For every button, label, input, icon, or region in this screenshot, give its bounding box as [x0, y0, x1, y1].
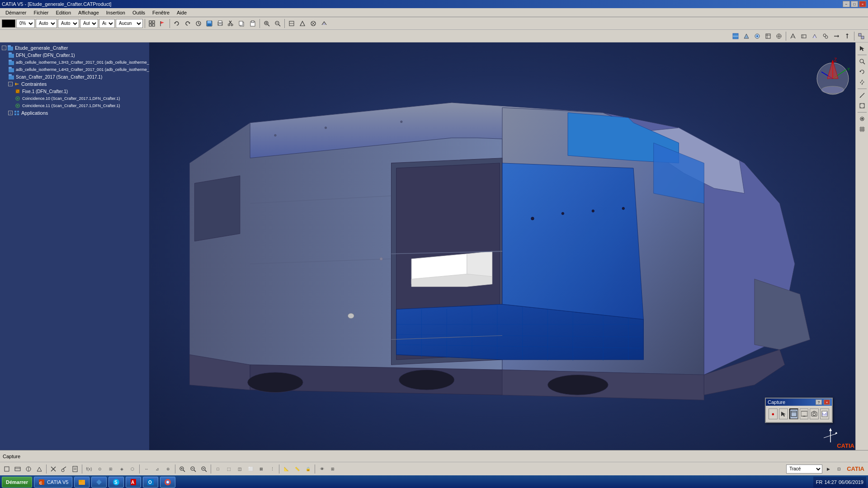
tb-copy[interactable] [237, 19, 247, 28]
menu-fichier[interactable]: Fichier [30, 9, 52, 16]
tb-cut[interactable] [226, 19, 236, 28]
menu-aide[interactable]: Aide [173, 9, 190, 16]
tb-view3[interactable] [308, 19, 318, 28]
taskbar-acrobat[interactable]: A [126, 477, 141, 488]
apps-expand[interactable]: + [8, 111, 13, 115]
tb-r3[interactable] [752, 31, 762, 41]
rt-rotate[interactable] [857, 67, 867, 77]
capture-window-btn[interactable] [789, 408, 798, 419]
bt-14[interactable]: ⊿ [152, 464, 162, 474]
bt-right-2[interactable]: ⊡ [834, 464, 844, 474]
capture-graph-btn[interactable] [820, 408, 829, 419]
rt-measure[interactable] [857, 90, 867, 100]
bt-view2[interactable]: ⬚ [224, 464, 234, 474]
tb-print[interactable] [215, 19, 225, 28]
trace-select[interactable]: Tracé [786, 465, 822, 474]
tree-item-6[interactable]: Coincidence.10 (Scan_Crafter_2017.1,DFN_… [2, 95, 147, 102]
maximize-btn[interactable]: □ [851, 1, 858, 7]
bt-zoom-out[interactable] [199, 464, 209, 474]
taskbar-diamond[interactable] [91, 477, 107, 488]
tb-view4[interactable] [319, 19, 329, 28]
bt-7[interactable] [70, 464, 80, 474]
rt-grid[interactable] [857, 124, 867, 134]
capture-cursor-btn[interactable] [779, 408, 788, 419]
taskbar-catia[interactable]: C CATIA V5 [34, 477, 72, 488]
bt-9[interactable]: ⊙ [95, 464, 105, 474]
tb-save[interactable] [204, 19, 214, 28]
bt-view4[interactable]: ⬜ [245, 464, 255, 474]
bt-vis2[interactable]: ⊞ [328, 464, 338, 474]
bt-12[interactable]: ⬡ [127, 464, 137, 474]
tb-r9[interactable] [821, 31, 830, 41]
tb-redo[interactable] [183, 19, 193, 28]
close-btn[interactable]: × [859, 1, 866, 7]
bt-4[interactable] [34, 464, 44, 474]
rt-select[interactable] [857, 43, 867, 53]
tree-item-4[interactable]: − Contraintes [2, 80, 147, 88]
capture-record-btn[interactable]: ● [769, 408, 778, 419]
tb-paste[interactable] [248, 19, 258, 28]
viewport[interactable]: Z Y [149, 42, 855, 450]
rt-pan[interactable] [857, 77, 867, 87]
tb-flag[interactable] [158, 19, 168, 28]
bt-11[interactable]: ◈ [117, 464, 127, 474]
bt-zoom-fit[interactable] [177, 464, 187, 474]
bt-10[interactable]: ⊞ [106, 464, 116, 474]
rt-hide[interactable] [857, 114, 867, 124]
bt-zoom-in[interactable] [188, 464, 198, 474]
tb-undo[interactable] [172, 19, 182, 28]
tree-item-3[interactable]: Scan_Crafter_2017 (Scan_Crafter_2017.1) [2, 73, 147, 80]
tb-snap[interactable] [147, 19, 157, 28]
tb-update[interactable] [193, 19, 203, 28]
bt-6[interactable] [59, 464, 69, 474]
tree-item-2[interactable]: adb_cellule_isotherme_L4H3_Crafter_2017_… [2, 66, 147, 73]
menu-edition[interactable]: Edition [52, 9, 75, 16]
tb-zoom-fit[interactable] [262, 19, 272, 28]
bt-13[interactable]: ↔ [142, 464, 151, 474]
tb-r2[interactable] [741, 31, 751, 41]
tree-root[interactable]: − Etude_generale_Crafter [2, 44, 147, 52]
bt-8[interactable]: f(x) [84, 464, 94, 474]
rt-zoom[interactable] [857, 56, 867, 66]
tb-r11[interactable] [842, 31, 852, 41]
menu-affichage[interactable]: Affichage [75, 9, 103, 16]
capture-photo-btn[interactable] [810, 408, 819, 419]
capture-screen-btn[interactable] [800, 408, 809, 419]
taskbar-skype[interactable]: S [108, 477, 124, 488]
bt-lock[interactable]: 🔒 [303, 464, 313, 474]
tb-r12[interactable] [856, 31, 866, 41]
bt-right-1[interactable]: ▶ [823, 464, 833, 474]
tb-view1[interactable] [287, 19, 297, 28]
bt-5[interactable] [48, 464, 58, 474]
tb-r4[interactable] [763, 31, 773, 41]
tb-r7[interactable] [799, 31, 809, 41]
auto-select-2[interactable]: Auto [58, 19, 79, 28]
tb-r8[interactable] [810, 31, 820, 41]
bt-1[interactable] [2, 464, 12, 474]
tree-item-0[interactable]: DFN_Crafter (DFN_Crafter.1) [2, 52, 147, 59]
tree-item-5[interactable]: Fixe.1 (DFN_Crafter.1) [2, 88, 147, 95]
percent-select[interactable]: 0% [16, 19, 35, 28]
aucun-select[interactable]: Aucun [116, 19, 143, 28]
bt-view1[interactable]: □ [213, 464, 223, 474]
tb-r5[interactable] [774, 31, 784, 41]
start-button[interactable]: Démarrer [2, 477, 32, 488]
menu-insertion[interactable]: Insertion [103, 9, 129, 16]
bt-vis1[interactable]: 👁 [317, 464, 327, 474]
aut-select[interactable]: Aut [80, 19, 98, 28]
root-expand[interactable]: − [2, 46, 6, 50]
menu-fenetre[interactable]: Fenêtre [149, 9, 173, 16]
tb-r10[interactable] [831, 31, 841, 41]
taskbar-explorer[interactable] [74, 477, 90, 488]
menu-outils[interactable]: Outils [129, 9, 149, 16]
bt-15[interactable]: ⊕ [163, 464, 173, 474]
bt-measure2[interactable]: 📏 [292, 464, 302, 474]
tb-r1[interactable] [731, 31, 741, 41]
tree-item-1[interactable]: adb_cellule_isotherme_L3H3_Crafter_2017_… [2, 59, 147, 66]
capture-help-btn[interactable]: ? [816, 399, 822, 405]
taskbar-outlook[interactable]: O [143, 477, 158, 488]
bt-measure1[interactable]: 📐 [281, 464, 291, 474]
bt-view5[interactable]: ⊠ [256, 464, 266, 474]
menu-demarrer[interactable]: Démarrer [2, 9, 30, 16]
constraints-expand[interactable]: − [8, 82, 13, 86]
